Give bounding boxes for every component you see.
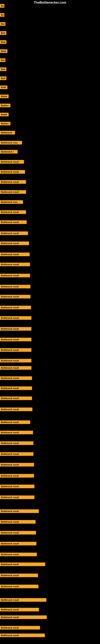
- bottleneck-badge: Bottleneck result: [0, 420, 30, 424]
- bottleneck-badge: Bottleneck result: [0, 160, 24, 164]
- badge-item: Bottle: [0, 94, 9, 99]
- badge-item: Bottleneck result: [0, 295, 30, 299]
- bottleneck-badge: Bottleneck result: [0, 190, 26, 194]
- badge-item: Bottleneck result: [0, 242, 29, 246]
- badge-item: Bo: [0, 13, 4, 18]
- bottleneck-badge: Bottleneck result: [0, 431, 33, 434]
- badge-item: Bottleneck result: [0, 338, 31, 342]
- badge-item: Bottleneck result: [0, 359, 31, 363]
- badge-item: Bott: [0, 31, 6, 36]
- badge-item: Bottleneck result: [0, 484, 34, 489]
- badge-item: Bottleneck result: [0, 274, 30, 278]
- badge-item: Bott: [0, 40, 6, 45]
- badge-item: Bottlen: [0, 122, 10, 126]
- bottleneck-badge: Bottleneck result: [0, 441, 33, 445]
- badge-item: Bottleneck result: [0, 431, 33, 435]
- badge-item: Bottleneck result: [0, 232, 28, 236]
- bottleneck-badge: Bottle: [0, 94, 9, 98]
- badge-item: Bottleneck result: [0, 626, 40, 630]
- bottleneck-badge: Bottleneck result: [0, 585, 38, 588]
- bottleneck-badge: Bottleneck result: [0, 306, 31, 309]
- bottleneck-badge: Bottleneck resu: [0, 141, 22, 144]
- bottleneck-badge: Bottleneck result: [0, 531, 36, 534]
- bottleneck-badge: Bottleneck result: [0, 359, 31, 362]
- bottleneck-badge: Bottleneck result: [0, 452, 33, 456]
- bottleneck-badge: Bottleneck result: [0, 463, 34, 466]
- bottleneck-badge: Bottleneck result: [0, 542, 36, 546]
- bottleneck-badge: Bottleneck result: [0, 348, 31, 352]
- bottleneck-badge: Bottleneck result: [0, 295, 30, 298]
- bottleneck-badge: Bottleneck result: [0, 574, 38, 577]
- badge-item: Bottleneck result: [0, 285, 30, 289]
- bottleneck-badge: Bottl: [0, 86, 7, 89]
- bottleneck-badge: Bottle: [0, 113, 9, 116]
- badge-item: Bottleneck result: [0, 396, 32, 401]
- bottleneck-badge: Bottleneck result: [0, 562, 45, 566]
- bottleneck-badge: Bottleneck result: [0, 376, 32, 380]
- badge-item: Bottleneck result: [0, 180, 26, 184]
- badge-item: Bottleneck result: [0, 366, 31, 370]
- badge-item: Bottleneck result: [0, 542, 36, 546]
- bottleneck-badge: Bottleneck result: [0, 626, 40, 630]
- bottleneck-badge: Bottleneck result: [0, 509, 39, 513]
- badge-item: Bottl: [0, 86, 7, 90]
- badge-item: Bottleneck result: [0, 348, 31, 352]
- bottleneck-badge: Bott: [0, 40, 6, 44]
- bottleneck-badge: Bottleneck result: [0, 338, 31, 341]
- bottleneck-badge: Bottleneck result: [0, 210, 26, 214]
- badge-item: Bottleneck result: [0, 386, 32, 391]
- bottleneck-badge: Bottleneck r: [0, 150, 18, 154]
- badge-item: Bott: [0, 76, 6, 81]
- bottleneck-badge: Bottleneck result: [0, 285, 30, 288]
- badge-item: Bottleneck result: [0, 210, 26, 215]
- bottleneck-badge: Bottleneck result: [0, 496, 34, 499]
- badge-item: Bottleneck result: [0, 327, 31, 332]
- bottleneck-badge: Bott: [0, 68, 6, 71]
- bottleneck-badge: Bottlen: [0, 122, 10, 126]
- badge-item: Bottleneck result: [0, 496, 34, 500]
- badge-item: Bottleneck result: [0, 220, 27, 225]
- bottleneck-badge: Bot: [0, 22, 5, 26]
- bottleneck-badge: Bottleneck result: [0, 263, 30, 266]
- bottleneck-badge: Bottleneck result: [0, 366, 31, 370]
- bottleneck-badge: Bottleneck: [0, 131, 15, 134]
- badge-item: Bottleneck result: [0, 376, 32, 381]
- bottleneck-badge: Bo: [0, 13, 4, 17]
- badge-item: Bottleneck result: [0, 531, 36, 535]
- bottleneck-badge: Bottleneck result: [0, 520, 36, 524]
- bottleneck-badge: Bottleneck result: [0, 316, 31, 320]
- badge-item: Bottleneck result: [0, 509, 39, 514]
- badge-item: Bottleneck result: [0, 574, 38, 578]
- badge-item: Bottleneck result: [0, 408, 32, 412]
- badge-item: Bot: [0, 22, 5, 26]
- bottleneck-badge: Bottleneck result: [0, 327, 31, 331]
- bottleneck-badge: Bott: [0, 31, 6, 35]
- badge-item: Bottleneck resu: [0, 200, 23, 205]
- badge-item: Bot: [0, 58, 5, 63]
- badge-item: Bottleneck result: [0, 170, 25, 174]
- badge-item: Bottleneck result: [0, 474, 34, 478]
- badge-item: Bottleneck result: [0, 562, 45, 567]
- bottleneck-badge: Bottlen: [0, 104, 10, 107]
- badge-item: Bottleneck result: [0, 598, 47, 602]
- badge-item: Bottleneck result: [0, 616, 47, 620]
- bottleneck-badge: Bottleneck result: [0, 180, 26, 184]
- badge-item: Bottleneck result: [0, 306, 31, 310]
- badge-item: Bottleneck result: [0, 263, 30, 267]
- bottleneck-badge: Bottleneck result: [0, 598, 47, 602]
- badge-item: Bottlen: [0, 104, 10, 108]
- bottleneck-badge: Bottleneck result: [0, 170, 25, 174]
- badge-item: Bottle: [0, 113, 9, 117]
- badge-item: Bottleneck result: [0, 608, 39, 612]
- bottleneck-badge: Bottleneck result: [0, 396, 32, 400]
- badge-item: Bottleneck result: [0, 316, 31, 320]
- bottleneck-badge: Bottleneck result: [0, 252, 30, 256]
- badge-item: Bottl: [0, 49, 7, 54]
- badge-item: Bott: [0, 68, 6, 72]
- badge-item: Bottleneck result: [0, 463, 34, 467]
- bottleneck-badge: Bottleneck result: [0, 232, 28, 235]
- bottleneck-badge: Bottleneck result: [0, 242, 29, 245]
- badge-item: Bottleneck: [0, 131, 15, 135]
- bottleneck-badge: Bottleneck result: [0, 616, 47, 619]
- badge-item: Bottleneck resu: [0, 141, 22, 145]
